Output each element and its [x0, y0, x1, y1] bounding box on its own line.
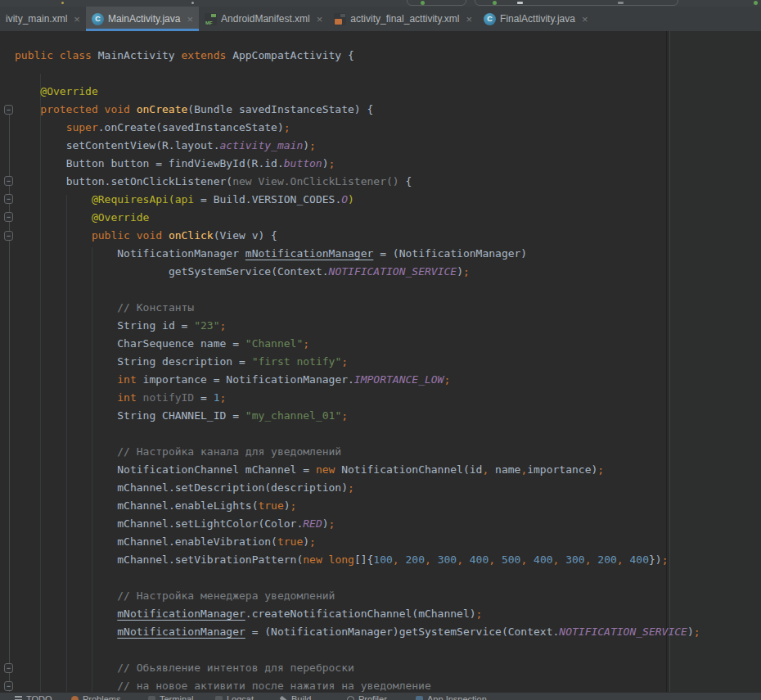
code-token: ; — [348, 481, 354, 494]
run-icon[interactable] — [421, 1, 425, 5]
code-line[interactable]: String description = "first notify"; — [117, 353, 348, 371]
code-line[interactable]: mChannel.setVibrationPattern(new long[]{… — [117, 551, 668, 569]
code-token: ; — [476, 607, 483, 620]
logcat-icon — [215, 696, 223, 700]
toolbar-button-icon[interactable] — [517, 2, 523, 4]
code-token: .createNotificationChannel(mChannel) — [245, 607, 476, 620]
code-token: mChannel.enableLights( — [117, 499, 258, 512]
code-line[interactable]: mNotificationManager.createNotificationC… — [117, 605, 482, 623]
code-token: "my_channel_01" — [245, 409, 341, 422]
fold-toggle-icon[interactable]: − — [4, 212, 13, 222]
code-token: button.setOnClickListener( — [66, 175, 233, 187]
code-line[interactable]: public void onClick(View v) { — [92, 227, 277, 245]
code-token: ; — [341, 409, 348, 422]
code-token: mNotificationManager — [245, 247, 374, 260]
code-line[interactable]: protected void onCreate(Bundle savedInst… — [40, 101, 373, 119]
code-line[interactable]: setContentView(R.layout.activity_main); — [66, 137, 316, 155]
toolbar-button-icon[interactable] — [618, 2, 624, 4]
tab-label: ivity_main.xml — [6, 13, 67, 25]
code-line[interactable]: getSystemService(Context.NOTIFICATION_SE… — [169, 263, 470, 281]
toolwindow-todo[interactable]: TODO — [15, 694, 52, 700]
code-line[interactable]: int notifyID = 1; — [117, 389, 226, 407]
code-line[interactable]: // Настройка канала для уведомлений — [117, 443, 341, 461]
code-token: name — [489, 463, 520, 476]
toolwindow-problems[interactable]: Problems — [71, 694, 120, 700]
fold-toggle-icon[interactable]: − — [4, 105, 13, 115]
code-line[interactable]: String CHANNEL_ID = "my_channel_01"; — [117, 407, 348, 425]
code-line[interactable]: // Обьявление интентов для переброски — [117, 659, 354, 677]
sync-icon[interactable] — [754, 1, 758, 5]
code-token: 300 — [438, 553, 457, 566]
close-icon[interactable]: × — [466, 14, 473, 25]
code-token: importance) — [527, 463, 597, 476]
fold-toggle-icon[interactable]: − — [4, 231, 13, 241]
code-line[interactable]: mChannel.setDescription(description); — [117, 479, 354, 497]
tool-window-bar: TODOProblemsTerminalLogcatBuildProfilerA… — [0, 692, 761, 700]
code-line[interactable]: Button button = findViewById(R.id.button… — [66, 155, 335, 173]
device-selector-outline[interactable] — [407, 0, 466, 6]
code-token: ; — [329, 517, 335, 530]
toolwindow-profiler[interactable]: Profiler — [347, 694, 387, 700]
code-line[interactable]: super.onCreate(savedInstanceState); — [66, 119, 290, 137]
code-line[interactable]: // на новое активити после нажатия на ув… — [117, 677, 431, 692]
toolwindow-terminal[interactable]: Terminal — [148, 694, 194, 700]
tab-label: FinalActtivity.java — [500, 13, 575, 25]
toolwindow-label: Profiler — [358, 694, 387, 700]
code-token: , — [520, 553, 534, 566]
code-token: 400 — [629, 553, 648, 566]
close-icon[interactable]: × — [74, 14, 80, 25]
code-line[interactable]: mChannel.enableLights(true); — [117, 497, 296, 515]
code-line[interactable]: mNotificationManager = (NotificationMana… — [117, 623, 700, 641]
code-token: "23" — [194, 319, 219, 332]
right-margin-guide — [669, 31, 670, 692]
toolwindow-app-inspection[interactable]: App Inspection — [416, 694, 487, 700]
code-line[interactable]: String id = "23"; — [117, 317, 226, 335]
code-token: ; — [284, 121, 290, 133]
code-line[interactable]: int importance = NotificationManager.IMP… — [117, 371, 450, 389]
close-icon[interactable]: × — [187, 14, 193, 25]
tab-androidmanifest-xml[interactable]: AndroidManifest.xml× — [199, 7, 328, 31]
code-token: ) — [303, 535, 309, 548]
code-line[interactable]: @Override — [92, 209, 149, 227]
tab-activity-final-acttivity-xml[interactable]: activity_final_acttivity.xml× — [328, 7, 478, 31]
code-token: super — [66, 121, 98, 133]
todo-icon — [15, 696, 22, 700]
tab-finalacttivity-java[interactable]: CFinalActtivity.java× — [478, 7, 593, 31]
code-line[interactable]: // Константы — [117, 299, 194, 317]
code-token: Button button = findViewById(R.id. — [66, 157, 284, 169]
tab-ivity-main-xml[interactable]: ivity_main.xml× — [0, 7, 86, 31]
beyond-margin-zone — [670, 31, 761, 692]
code-line[interactable]: CharSequence name = "Channel"; — [117, 335, 309, 353]
toolwindow-logcat[interactable]: Logcat — [215, 694, 254, 700]
code-line[interactable]: NotificationChannel mChannel = new Notif… — [117, 461, 604, 479]
run-widget-outline[interactable] — [475, 0, 678, 6]
code-token: onClick — [169, 229, 214, 242]
code-line[interactable]: public class MainActivity extends AppCom… — [15, 47, 354, 65]
code-token: , — [393, 553, 406, 566]
toolwindow-build[interactable]: Build — [280, 694, 311, 700]
code-line[interactable]: // Настройка менеджера уведомлений — [117, 587, 335, 605]
fold-toggle-icon[interactable]: − — [4, 663, 13, 673]
fold-toggle-icon[interactable]: − — [4, 681, 13, 691]
code-line[interactable]: @Override — [40, 83, 97, 101]
tab-mainactivity-java[interactable]: CMainActivity.java× — [86, 7, 199, 31]
fold-toggle-icon[interactable]: − — [4, 176, 13, 186]
tab-label: activity_final_acttivity.xml — [350, 13, 459, 25]
code-line[interactable]: NotificationManager mNotificationManager… — [117, 245, 527, 263]
code-token: mChannel.setLightColor(Color. — [117, 517, 303, 530]
profiler-icon — [347, 696, 354, 700]
code-line[interactable]: mChannel.enableVibration(true); — [117, 533, 316, 551]
code-editor[interactable]: public class MainActivity extends AppCom… — [0, 31, 761, 692]
code-token: , — [489, 553, 502, 566]
toolwindow-label: Problems — [83, 694, 120, 700]
code-line[interactable]: button.setOnClickListener(new View.OnCli… — [66, 173, 412, 191]
close-icon[interactable]: × — [317, 14, 323, 25]
code-token: activity_main — [219, 139, 303, 151]
fold-toggle-icon[interactable]: − — [4, 194, 13, 204]
code-line[interactable]: mChannel.setLightColor(Color.RED); — [117, 515, 335, 533]
code-line[interactable]: @RequiresApi(api = Build.VERSION_CODES.O… — [92, 191, 354, 209]
code-token: , — [457, 553, 470, 566]
code-token: @Override — [40, 85, 97, 97]
debug-icon[interactable] — [493, 1, 497, 5]
close-icon[interactable]: × — [582, 14, 588, 25]
